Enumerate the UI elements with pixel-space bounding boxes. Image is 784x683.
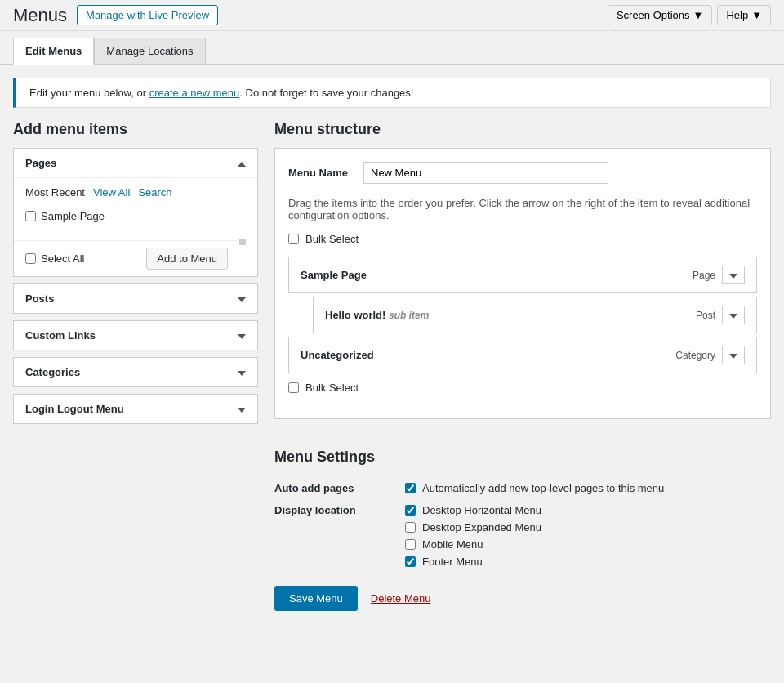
screen-options-label: Screen Options bbox=[617, 9, 690, 21]
pages-item-label-sample-page: Sample Page bbox=[41, 210, 105, 222]
display-location-checkbox-0[interactable] bbox=[405, 505, 416, 516]
menu-item-uncategorized-header[interactable]: Uncategorized Category bbox=[289, 337, 756, 373]
bulk-select-checkbox-bottom[interactable] bbox=[288, 382, 299, 393]
chevron-down-icon bbox=[238, 366, 246, 378]
accordion-posts: Posts bbox=[13, 283, 258, 314]
add-to-menu-button[interactable]: Add to Menu bbox=[146, 248, 228, 270]
drag-hint: Drag the items into the order you prefer… bbox=[288, 197, 757, 221]
chevron-down-icon bbox=[729, 309, 737, 321]
top-bar: Menus Manage with Live Preview Screen Op… bbox=[0, 0, 784, 31]
display-location-label-1: Desktop Expanded Menu bbox=[422, 521, 541, 533]
menu-item-hello-world-name: Hello world! sub item bbox=[325, 309, 429, 321]
notice-bar: Edit your menu below, or create a new me… bbox=[13, 78, 771, 108]
sub-tab-view-all[interactable]: View All bbox=[93, 186, 130, 199]
accordion-posts-header[interactable]: Posts bbox=[14, 284, 257, 313]
accordion-pages-header[interactable]: Pages bbox=[14, 149, 257, 177]
menu-item-hello-world-right: Post bbox=[696, 306, 745, 324]
tabs-bar: Edit Menus Manage Locations bbox=[0, 38, 784, 65]
display-location-row: Display location Desktop Horizontal Menu… bbox=[274, 499, 771, 573]
bulk-select-checkbox-top[interactable] bbox=[288, 234, 299, 244]
bulk-select-label-bottom: Bulk Select bbox=[305, 382, 359, 394]
accordion-posts-label: Posts bbox=[25, 292, 54, 305]
tab-manage-locations[interactable]: Manage Locations bbox=[94, 38, 205, 64]
resize-handle[interactable] bbox=[239, 239, 246, 245]
pages-item-checkbox-sample-page[interactable] bbox=[25, 211, 36, 221]
live-preview-button[interactable]: Manage with Live Preview bbox=[77, 5, 218, 25]
display-location-options: Desktop Horizontal Menu Desktop Expanded… bbox=[405, 499, 771, 573]
select-all-label[interactable]: Select All bbox=[25, 252, 84, 265]
tab-edit-menus[interactable]: Edit Menus bbox=[13, 38, 94, 65]
help-button[interactable]: Help ▼ bbox=[717, 5, 771, 25]
auto-add-pages-option-label: Automatically add new top-level pages to… bbox=[422, 482, 664, 494]
right-panel: Menu structure Menu Name Drag the items … bbox=[274, 121, 771, 611]
select-all-checkbox[interactable] bbox=[25, 253, 36, 264]
accordion-categories-label: Categories bbox=[25, 366, 80, 378]
display-location-label-3: Footer Menu bbox=[422, 556, 483, 568]
menu-item-uncategorized-type: Category bbox=[675, 350, 715, 361]
menu-settings: Menu Settings Auto add pages Automatical… bbox=[274, 435, 771, 611]
auto-add-pages-checkbox[interactable] bbox=[405, 483, 416, 493]
display-location-option-3: Footer Menu bbox=[405, 556, 771, 568]
chevron-down-icon bbox=[729, 349, 737, 361]
menu-item-hello-world: Hello world! sub item Post bbox=[313, 297, 757, 333]
chevron-down-icon bbox=[729, 269, 737, 281]
notice-text-after: . Do not forget to save your changes! bbox=[239, 87, 413, 99]
accordion-pages-body: Most Recent View All Search Sample Page bbox=[14, 177, 257, 234]
menu-item-hello-world-dropdown[interactable] bbox=[722, 306, 745, 324]
menu-item-sample-page-header[interactable]: Sample Page Page bbox=[289, 257, 756, 292]
accordion-pages-footer: Select All Add to Menu bbox=[14, 240, 239, 276]
display-location-label-2: Mobile Menu bbox=[422, 538, 483, 551]
display-location-option-1: Desktop Expanded Menu bbox=[405, 521, 771, 533]
menu-item-hello-world-type: Post bbox=[696, 310, 715, 321]
menu-settings-title: Menu Settings bbox=[274, 449, 771, 466]
accordion-custom-links-header[interactable]: Custom Links bbox=[14, 321, 257, 350]
menu-name-input[interactable] bbox=[363, 162, 608, 184]
menu-item-hello-world-header[interactable]: Hello world! sub item Post bbox=[314, 297, 756, 333]
chevron-down-icon bbox=[238, 329, 246, 342]
sub-tab-search[interactable]: Search bbox=[138, 186, 172, 199]
chevron-down-icon: ▼ bbox=[751, 9, 762, 21]
menu-structure-title: Menu structure bbox=[274, 121, 771, 138]
accordion-login-logout: Login Logout Menu bbox=[13, 394, 258, 424]
delete-menu-link[interactable]: Delete Menu bbox=[371, 592, 431, 605]
auto-add-pages-option: Automatically add new top-level pages to… bbox=[405, 482, 771, 494]
sub-tab-most-recent[interactable]: Most Recent bbox=[25, 186, 85, 199]
chevron-down-icon bbox=[238, 403, 246, 415]
footer-buttons: Save Menu Delete Menu bbox=[274, 573, 771, 611]
accordion-categories-header[interactable]: Categories bbox=[14, 358, 257, 386]
screen-options-button[interactable]: Screen Options ▼ bbox=[608, 5, 712, 25]
display-location-checkbox-2[interactable] bbox=[405, 539, 416, 550]
main-content: Add menu items Pages Most Recent View Al… bbox=[0, 121, 784, 624]
bulk-select-bottom: Bulk Select bbox=[288, 382, 757, 394]
menu-structure-box: Menu Name Drag the items into the order … bbox=[274, 148, 771, 419]
accordion-login-logout-header[interactable]: Login Logout Menu bbox=[14, 395, 257, 423]
menu-name-row: Menu Name bbox=[288, 162, 757, 184]
display-location-label: Display location bbox=[274, 499, 405, 573]
display-location-checkbox-3[interactable] bbox=[405, 556, 416, 567]
bulk-select-label-top: Bulk Select bbox=[305, 233, 359, 245]
top-bar-right: Screen Options ▼ Help ▼ bbox=[608, 5, 771, 25]
display-location-option-0: Desktop Horizontal Menu bbox=[405, 504, 771, 516]
save-menu-button[interactable]: Save Menu bbox=[274, 586, 358, 611]
chevron-up-icon bbox=[238, 157, 246, 169]
menu-item-sample-page-dropdown[interactable] bbox=[722, 266, 745, 284]
pages-item-sample-page: Sample Page bbox=[25, 207, 246, 225]
help-label: Help bbox=[726, 9, 748, 21]
settings-table: Auto add pages Automatically add new top… bbox=[274, 477, 771, 573]
menu-item-sample-page-right: Page bbox=[693, 266, 745, 284]
menu-item-uncategorized-dropdown[interactable] bbox=[722, 346, 745, 364]
accordion-custom-links: Custom Links bbox=[13, 320, 258, 350]
create-new-menu-link[interactable]: create a new menu bbox=[149, 87, 240, 99]
display-location-checkbox-1[interactable] bbox=[405, 522, 416, 533]
accordion-login-logout-label: Login Logout Menu bbox=[25, 403, 124, 415]
display-location-option-2: Mobile Menu bbox=[405, 538, 771, 551]
menu-item-uncategorized-name: Uncategorized bbox=[301, 349, 374, 361]
display-location-options-list: Desktop Horizontal Menu Desktop Expanded… bbox=[405, 504, 771, 568]
select-all-text: Select All bbox=[41, 252, 84, 265]
bulk-select-top: Bulk Select bbox=[288, 233, 757, 245]
auto-add-pages-options: Automatically add new top-level pages to… bbox=[405, 477, 771, 499]
pages-sub-tabs: Most Recent View All Search bbox=[25, 186, 246, 199]
left-panel: Add menu items Pages Most Recent View Al… bbox=[13, 121, 258, 611]
auto-add-pages-row: Auto add pages Automatically add new top… bbox=[274, 477, 771, 499]
menu-item-uncategorized-right: Category bbox=[675, 346, 745, 364]
